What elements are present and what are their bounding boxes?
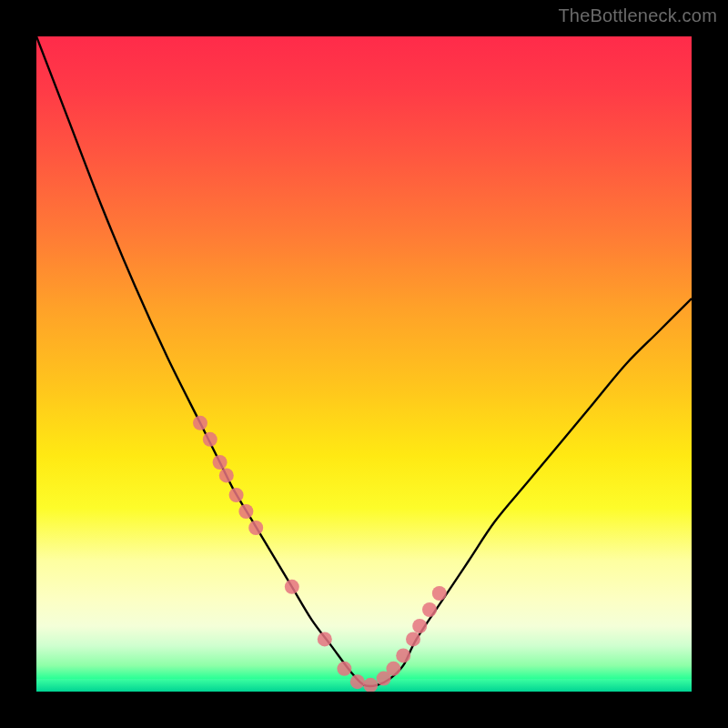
- bottleneck-curve-path: [36, 36, 692, 686]
- highlight-dot: [432, 586, 447, 601]
- highlight-dot: [386, 662, 400, 676]
- plot-area: [36, 36, 692, 692]
- highlight-dot: [422, 602, 437, 617]
- highlight-dot: [406, 632, 420, 646]
- chart-svg: [36, 36, 692, 692]
- highlight-dot: [248, 521, 263, 535]
- highlight-dots-group: [193, 416, 447, 692]
- highlight-dot: [396, 648, 410, 662]
- highlight-dot: [363, 678, 378, 692]
- highlight-dot: [219, 468, 234, 482]
- highlight-dot: [203, 432, 217, 447]
- highlight-dot: [238, 504, 253, 519]
- highlight-dot: [318, 632, 332, 646]
- highlight-dot: [337, 662, 351, 676]
- highlight-dot: [285, 580, 299, 594]
- highlight-dot: [350, 674, 365, 689]
- highlight-dot: [229, 488, 244, 502]
- highlight-dot: [213, 455, 228, 470]
- highlight-dot: [412, 619, 427, 633]
- highlight-dot: [193, 416, 207, 430]
- watermark-text: TheBottleneck.com: [558, 5, 717, 26]
